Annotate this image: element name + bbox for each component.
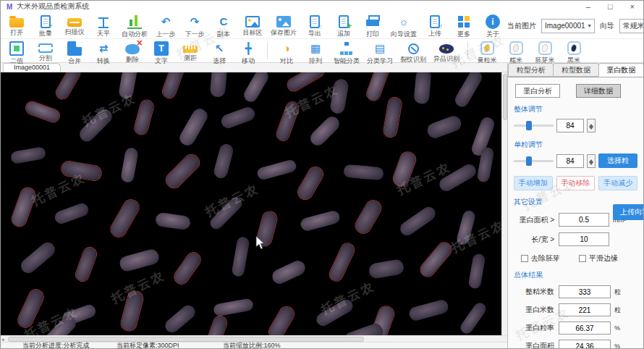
toolbar-upload-button[interactable]: 上传 [420,12,449,40]
app-window: M 大米外观品质检测系统 – □ × 打开批量扫描仪天平自动分析↶上一步↷下一步… [0,0,644,349]
toolbar-delete-button[interactable]: 删除 [118,39,147,67]
toolbar-save-image-button[interactable]: 保存图片 [267,12,300,40]
crack-detect-icon [408,43,419,54]
horizontal-scroll-thumb[interactable] [8,337,364,342]
toolbar-print-button[interactable]: 打印 [358,12,387,40]
toolbar-black-rice-button[interactable]: 黑米 [559,39,588,67]
toolbar-yellow-rice-button[interactable]: 黄粒米 [473,39,501,67]
current-image-select[interactable]: Image00001▾ [541,19,595,33]
vertical-scroll-thumb[interactable] [503,74,507,120]
toolbar-measure-button[interactable]: 测距 [176,39,205,67]
result-unit: 粒 [614,306,621,315]
toolbar-batch-button[interactable]: 批量 [31,12,60,40]
toolbar-label: 二值 [10,56,23,66]
spinner-down-icon[interactable] [588,161,595,167]
toolbar-foreign-detect-button[interactable]: 异品识别 [430,39,463,67]
toolbar-crack-detect-button[interactable]: 裂纹识别 [397,39,430,67]
status-bar: 当前分析进度:分析完成 当前标定像素:300DPI 当前缩放比例:160% [1,342,507,349]
toolbar-select-button[interactable]: ↖选择 [205,39,234,67]
overall-slider-thumb[interactable] [526,121,532,130]
toolbar-smart-classify-button[interactable]: 智能分类 [330,39,363,67]
horizontal-scrollbar[interactable]: ◂ [1,335,507,342]
toolbar-balance-button[interactable]: 天平 [89,12,118,40]
smooth-edge-checkbox[interactable]: 平滑边缘 [579,253,618,264]
toolbar-merge-button[interactable]: 合并 [60,39,89,67]
toolbar-convert-button[interactable]: ⇄转换 [89,39,118,67]
smart-classify-icon [339,41,354,56]
manual-remove-button[interactable]: 手动移除 [556,176,596,190]
chalk-area-input[interactable]: 0.5 [559,213,609,227]
toolbar-duplicate-button[interactable]: C副本 [209,12,238,40]
overall-adjust-spinner[interactable] [587,119,596,133]
right-panel: 粒型分析 粒型数据 垩白数据 垩白分析 详细数据 整体调节 84 单粒调节 [507,63,643,349]
minimize-button[interactable]: – [586,3,590,10]
single-slider-thumb[interactable] [526,156,532,166]
chalk-analyze-button[interactable]: 垩白分析 [515,84,560,98]
toolbar-append-button[interactable]: 追加 [329,12,358,40]
rice-grain [266,304,296,335]
single-adjust-row: 84 选择粒 [514,153,637,169]
tab-chalk-data[interactable]: 垩白数据 [598,63,643,77]
single-adjust-value[interactable]: 84 [556,154,584,168]
spinner-up-icon[interactable] [588,119,595,126]
vertical-scrollbar[interactable] [501,72,507,335]
glutinous-rice-icon [509,41,523,55]
rice-grain [161,72,185,100]
toolbar-open-button[interactable]: 打开 [2,12,31,40]
toolbar-about-button[interactable]: 关于 [478,12,507,40]
toolbar-target-area-button[interactable]: 目标区 [238,12,267,40]
toolbar-export-button[interactable]: 导出 [300,12,329,40]
overall-adjust-value[interactable]: 84 [556,119,584,133]
toolbar-arrange-button[interactable]: ▦排列 [301,39,330,67]
more-icon [457,14,471,29]
measure-icon [183,46,198,53]
select-grain-button[interactable]: 选择粒 [598,154,637,168]
toolbar-binary-button[interactable]: 二值 [2,39,31,67]
result-label: 垩白粒率 [514,323,559,333]
length-width-input[interactable]: 10 [559,232,609,246]
toolbar-move-button[interactable]: ╋移动 [234,39,263,67]
toolbar-scanner-button[interactable]: 扫描仪 [60,12,89,40]
rice-grain [391,150,418,188]
rice-grain [219,105,257,130]
about-icon [486,14,500,29]
toolbar-germ-rice-button[interactable]: 胚芽米 [530,39,559,67]
wizard-select[interactable]: 常规米▾ [619,19,644,33]
toolbar-auto-analyze-button[interactable]: 自动分析 [118,12,151,40]
manual-decrease-button[interactable]: 手动减少 [598,176,637,190]
close-button[interactable]: × [630,3,635,10]
toolbar-wizard-settings-button[interactable]: ☼向导设置 [387,12,420,40]
toolbar-prev-step-button[interactable]: ↶上一步 [151,12,180,40]
text-icon [154,41,169,56]
toolbar-contrast-button[interactable]: ◑对比 [272,39,301,67]
move-icon: ╋ [241,41,255,56]
overall-adjust-title: 整体调节 [514,104,637,114]
mouse-cursor [255,236,266,251]
image-canvas[interactable]: 托普云农托普云农托普云农托普云农托普云农托普云农托普云农托普云农托普云农 [1,72,501,335]
spinner-up-icon[interactable] [588,155,595,161]
toolbar-text-button[interactable]: 文字 [147,39,176,67]
upload-wizard-button[interactable]: 上传向导 [613,204,643,220]
toolbar-glutinous-rice-button[interactable]: 糯米 [501,39,530,67]
rice-grain [204,314,228,335]
toolbar-separator [267,42,268,59]
window-title: 大米外观品质检测系统 [17,1,89,12]
single-adjust-slider[interactable] [514,156,554,167]
select-icon: ↖ [212,41,226,56]
manual-add-button[interactable]: 手动增加 [514,176,553,190]
toolbar-more-button[interactable]: 更多 [449,12,478,40]
overall-adjust-slider[interactable] [514,120,554,131]
toolbar-classify-learning-button[interactable]: ▤分类学习 [363,39,397,67]
remove-germ-checkbox[interactable]: 去除胚芽 [521,253,560,264]
single-adjust-spinner[interactable] [587,154,596,168]
status-progress: 当前分析进度:分析完成 [22,342,90,349]
maximize-button[interactable]: □ [608,3,613,10]
toolbar-next-step-button[interactable]: ↷下一步 [180,12,209,40]
germ-rice-icon [538,41,552,55]
spinner-down-icon[interactable] [588,125,595,132]
detail-data-button[interactable]: 详细数据 [576,84,621,98]
rice-grain [120,147,139,183]
toolbar-split-button[interactable]: 分割 [31,39,60,67]
classify-learning-icon: ▤ [373,41,387,56]
toolbar-label: 上一步 [156,30,176,39]
